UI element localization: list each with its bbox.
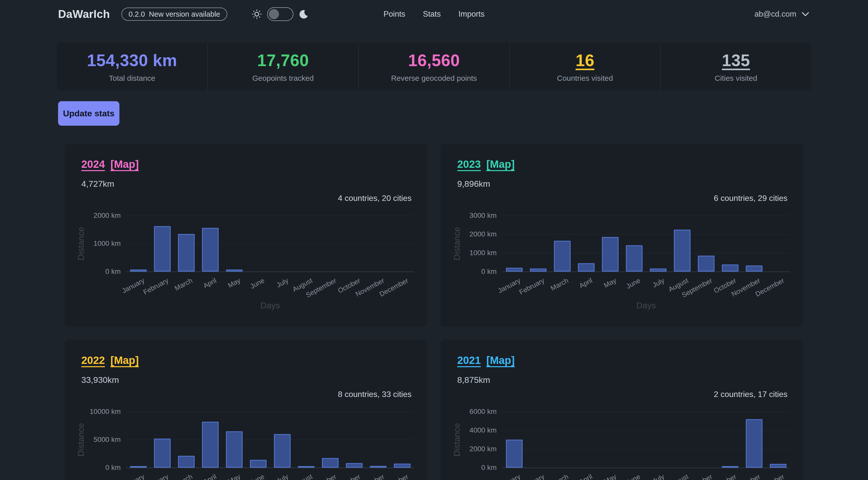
year-card-2024: 2024[Map]4,727km4 countries, 20 cities0 … bbox=[65, 143, 427, 327]
chevron-down-icon bbox=[801, 9, 809, 19]
dashboard-page: { "header": { "logo": "DaWarIch", "versi… bbox=[0, 0, 868, 480]
bar bbox=[746, 419, 763, 468]
year-card-2023: 2023[Map]9,896km6 countries, 29 cities0 … bbox=[440, 143, 803, 327]
bar bbox=[394, 463, 410, 468]
cities-visited-link[interactable]: 135 bbox=[722, 51, 750, 70]
bar bbox=[370, 466, 386, 468]
bar bbox=[650, 268, 666, 271]
top-navbar: DaWarIch 0.2.0 New version available bbox=[0, 0, 868, 28]
update-stats-button[interactable]: Update stats bbox=[58, 101, 119, 126]
y-tick-label: 1000 km bbox=[65, 239, 121, 248]
y-axis-title: Distance bbox=[76, 415, 86, 465]
y-tick-label: 10000 km bbox=[65, 408, 121, 416]
stat-cities-visited: 135 Cities visited bbox=[660, 43, 811, 90]
theme-toggle-knob bbox=[269, 9, 279, 19]
bar bbox=[578, 263, 595, 271]
navbar-left: DaWarIch 0.2.0 New version available bbox=[58, 7, 309, 21]
distance-bar-chart: 0 km5000 km10000 kmJanuaryFebruaryMarchA… bbox=[65, 340, 427, 480]
bar bbox=[202, 228, 219, 271]
bar bbox=[250, 460, 267, 468]
bar bbox=[626, 245, 643, 271]
y-axis-title: Distance bbox=[452, 219, 462, 269]
gridline bbox=[502, 216, 790, 216]
stat-reverse-geocoded: 16,560 Reverse geocoded points bbox=[358, 43, 509, 90]
x-tick-label: January bbox=[90, 473, 146, 480]
gridline bbox=[502, 234, 790, 235]
gridline bbox=[502, 412, 790, 412]
y-axis-title: Distance bbox=[76, 219, 86, 269]
bar bbox=[770, 464, 786, 468]
bar bbox=[178, 234, 195, 271]
bar bbox=[554, 241, 570, 271]
countries-visited-link[interactable]: 16 bbox=[576, 51, 594, 70]
stat-value: 16,560 bbox=[408, 51, 460, 70]
year-cards-grid: 2024[Map]4,727km4 countries, 20 cities0 … bbox=[65, 143, 803, 480]
bar bbox=[274, 434, 290, 468]
y-tick-label: 2000 km bbox=[440, 230, 497, 238]
theme-switcher bbox=[251, 7, 309, 21]
distance-bar-chart: 0 km2000 km4000 km6000 kmJanuaryFebruary… bbox=[440, 340, 803, 480]
stats-panel: 154,330 km Total distance 17,760 Geopoin… bbox=[57, 43, 811, 90]
x-axis-baseline bbox=[126, 271, 414, 272]
year-card-2021: 2021[Map]8,875km2 countries, 17 cities0 … bbox=[440, 340, 803, 480]
gridline bbox=[126, 412, 414, 412]
y-tick-label: 5000 km bbox=[65, 436, 121, 444]
y-tick-label: 6000 km bbox=[440, 408, 497, 416]
theme-toggle[interactable] bbox=[267, 7, 293, 21]
y-tick-label: 0 km bbox=[65, 463, 121, 472]
nav-item-points[interactable]: Points bbox=[383, 9, 405, 19]
y-tick-label: 1000 km bbox=[440, 249, 497, 257]
x-axis-baseline bbox=[502, 271, 790, 272]
distance-bar-chart: 0 km1000 km2000 km3000 kmJanuaryFebruary… bbox=[440, 143, 803, 327]
stat-label: Reverse geocoded points bbox=[391, 74, 477, 83]
y-tick-label: 2000 km bbox=[440, 445, 497, 453]
account-menu[interactable]: ab@cd.com bbox=[754, 9, 809, 19]
stat-value: 17,760 bbox=[257, 51, 309, 70]
main-nav: Points Stats Imports bbox=[383, 9, 485, 19]
x-axis-title: Days bbox=[126, 300, 414, 311]
bar bbox=[226, 269, 243, 271]
stat-label: Total distance bbox=[109, 74, 155, 83]
x-axis-baseline bbox=[502, 468, 790, 468]
bar bbox=[674, 230, 690, 272]
stat-value: 154,330 km bbox=[87, 51, 177, 70]
y-tick-label: 3000 km bbox=[440, 212, 497, 220]
bar bbox=[722, 264, 739, 271]
stat-total-distance: 154,330 km Total distance bbox=[57, 43, 207, 90]
y-axis-title: Distance bbox=[452, 415, 462, 465]
account-email: ab@cd.com bbox=[754, 9, 796, 19]
bar bbox=[698, 256, 714, 271]
bar bbox=[722, 466, 739, 468]
bar bbox=[530, 268, 547, 271]
stat-countries-visited: 16 Countries visited bbox=[509, 43, 660, 90]
bar bbox=[154, 439, 171, 468]
y-tick-label: 2000 km bbox=[65, 212, 121, 220]
bar bbox=[322, 458, 339, 468]
nav-item-stats[interactable]: Stats bbox=[423, 9, 441, 19]
version-number: 0.2.0 bbox=[128, 10, 145, 19]
x-axis-title: Days bbox=[502, 300, 790, 311]
y-tick-label: 0 km bbox=[65, 267, 121, 276]
bar bbox=[298, 466, 315, 468]
bar bbox=[178, 456, 195, 468]
sun-icon bbox=[251, 9, 262, 20]
x-axis-baseline bbox=[126, 468, 414, 468]
version-message: New version available bbox=[149, 10, 220, 19]
bar bbox=[602, 237, 619, 271]
app-logo[interactable]: DaWarIch bbox=[58, 8, 110, 21]
stat-label: Geopoints tracked bbox=[252, 74, 314, 83]
bar bbox=[226, 431, 243, 468]
gridline bbox=[502, 253, 790, 253]
bar bbox=[130, 466, 147, 468]
bar bbox=[746, 265, 763, 271]
y-tick-label: 0 km bbox=[440, 463, 497, 472]
version-badge[interactable]: 0.2.0 New version available bbox=[121, 7, 227, 21]
stat-geopoints: 17,760 Geopoints tracked bbox=[207, 43, 358, 90]
bar bbox=[506, 440, 523, 468]
bar bbox=[346, 463, 363, 468]
bar bbox=[202, 422, 219, 468]
nav-item-imports[interactable]: Imports bbox=[459, 9, 485, 19]
gridline bbox=[126, 216, 414, 216]
stat-label: Cities visited bbox=[715, 74, 757, 83]
bar bbox=[506, 268, 523, 271]
